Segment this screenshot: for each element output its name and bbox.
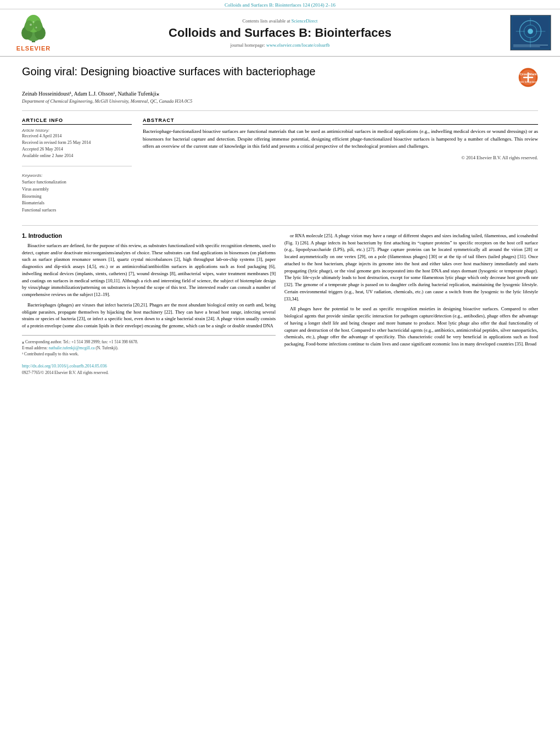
svg-point-14 [528,29,533,34]
doi-link[interactable]: http://dx.doi.org/10.1016/j.colsurfb.201… [22,364,107,369]
body-column-left: 1. Introduction Bioactive surfaces are d… [22,232,276,376]
svg-point-9 [33,21,35,23]
authors-text: Zeinab Hosseinidoust¹, Adam L.J. Olsson¹… [22,91,159,97]
elsevier-logo: ELSEVIER [9,14,58,52]
header-divider [22,110,538,111]
homepage-link[interactable]: www.elsevier.com/locate/colsurfb [266,42,330,48]
svg-text:click for updates: click for updates [519,81,537,83]
body-columns: 1. Introduction Bioactive surfaces are d… [22,232,538,376]
keyword-4: Biomaterials [22,200,132,207]
section1-para1: Bioactive surfaces are defined, for the … [22,242,276,298]
keyword-2: Virus assembly [22,186,132,193]
article-history: Article history: Received 4 April 2014 R… [22,128,132,159]
footnotes-section: ⁎ Corresponding author. Tel.: +1 514 398… [22,335,276,376]
journal-title: Colloids and Surfaces B: Biointerfaces [67,26,493,40]
svg-rect-19 [513,44,548,45]
affiliation-line: Department of Chemical Engineering, McGi… [22,98,538,104]
footnote-contributed: ¹ Contributed equally to this work. [22,351,276,357]
svg-point-8 [36,27,37,29]
elsevier-tree-icon [17,14,50,44]
footnote-email-link[interactable]: nathalie.tufenkji@mcgill.ca [49,345,95,350]
section1-right-body: or RNA molecule [25]. A phage virion may… [284,232,538,348]
abstract-column: ABSTRACT Bacteriophage-functionalized bi… [143,118,538,219]
article-info-heading: ARTICLE INFO [22,118,132,125]
authors-line: Zeinab Hosseinidoust¹, Adam L.J. Olsson¹… [22,91,538,97]
footnote-email: E-mail address: nathalie.tufenkji@mcgill… [22,345,276,351]
paper-title: Going viral: Designing bioactive surface… [22,65,513,78]
keywords-list: Surface functionalization Virus assembly… [22,179,132,214]
section1-title: 1. Introduction [22,232,276,239]
crossmark-container: CrossMark click for updates [518,65,538,87]
copyright-text: © 2014 Elsevier B.V. All rights reserved… [143,155,538,160]
section1-para2: Bacteriophages (phages) are viruses that… [22,302,276,330]
paper-content: Going viral: Designing bioactive surface… [0,57,560,387]
svg-rect-20 [513,46,540,47]
contents-line: Contents lists available at ScienceDirec… [67,18,493,24]
svg-point-5 [25,20,33,31]
citation-text: Colloids and Surfaces B: Biointerfaces 1… [225,2,335,8]
keywords-label: Keywords: [22,173,132,178]
keyword-5: Functional surfaces [22,207,132,214]
article-info-column: ARTICLE INFO Article history: Received 4… [22,118,132,219]
svg-point-7 [30,24,32,26]
received-date: Received 4 April 2014 Received in revise… [22,133,132,159]
crossmark-icon: CrossMark click for updates [518,68,538,87]
section1-body: Bioactive surfaces are defined, for the … [22,242,276,330]
info-divider [22,166,132,166]
footnote-issn: 0927-7765/© 2014 Elsevier B.V. All right… [22,370,276,376]
article-info-abstract: ARTICLE INFO Article history: Received 4… [22,118,538,219]
section1-right-para2: All phages have the potential to be used… [284,305,538,348]
body-column-right: or RNA molecule [25]. A phage virion may… [284,232,538,376]
elsevier-wordmark: ELSEVIER [16,45,51,52]
footnote-doi: http://dx.doi.org/10.1016/j.colsurfb.201… [22,363,276,370]
journal-thumbnail [510,15,551,51]
abstract-heading: ABSTRACT [143,118,538,125]
journal-header-center: Contents lists available at ScienceDirec… [58,16,502,50]
history-label: Article history: [22,128,132,133]
svg-point-6 [33,20,42,31]
section1-right-para1: or RNA molecule [25]. A phage virion may… [284,232,538,303]
abstract-body-divider [22,225,538,226]
keyword-1: Surface functionalization [22,179,132,186]
citation-bar: Colloids and Surfaces B: Biointerfaces 1… [0,0,560,9]
journal-cover-image [511,15,551,51]
keywords-block: Keywords: Surface functionalization Viru… [22,173,132,214]
journal-header: ELSEVIER Contents lists available at Sci… [0,9,560,57]
paper-title-section: Going viral: Designing bioactive surface… [22,65,538,87]
keyword-3: Biosensing [22,193,132,200]
footnote-corresponding: ⁎ Corresponding author. Tel.: +1 514 398… [22,339,276,345]
homepage-line: journal homepage: www.elsevier.com/locat… [67,42,493,48]
journal-thumbnail-container [502,15,551,51]
abstract-text: Bacteriophage-functionalized bioactive s… [143,128,538,150]
sciencedirect-link[interactable]: ScienceDirect [292,18,318,24]
